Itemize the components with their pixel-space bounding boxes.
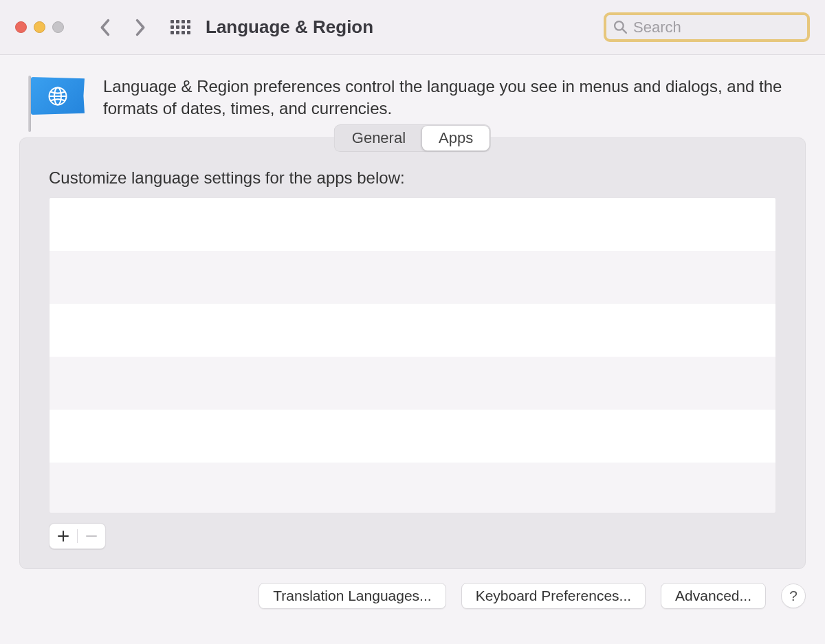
add-remove-control (49, 523, 106, 549)
apps-panel: General Apps Customize language settings… (19, 137, 806, 569)
svg-rect-8 (170, 31, 174, 34)
translation-languages-button[interactable]: Translation Languages... (258, 583, 446, 609)
tab-general[interactable]: General (336, 126, 422, 151)
svg-rect-11 (187, 31, 190, 34)
language-region-icon (22, 74, 82, 124)
keyboard-preferences-button[interactable]: Keyboard Preferences... (461, 583, 646, 609)
footer-buttons: Translation Languages... Keyboard Prefer… (0, 569, 825, 609)
list-row (50, 463, 776, 513)
chevron-left-icon (100, 19, 111, 36)
svg-point-12 (615, 21, 624, 30)
svg-rect-3 (187, 20, 190, 23)
globe-icon (47, 86, 68, 107)
minus-icon (85, 530, 98, 542)
svg-rect-0 (170, 20, 174, 23)
svg-rect-1 (176, 20, 179, 23)
help-button[interactable]: ? (781, 584, 806, 608)
close-window-button[interactable] (15, 21, 27, 33)
description-text: Language & Region preferences control th… (103, 71, 806, 120)
svg-rect-9 (176, 31, 179, 34)
svg-rect-7 (187, 25, 190, 29)
svg-rect-6 (182, 25, 185, 29)
apps-list[interactable] (49, 197, 776, 513)
list-row (50, 251, 776, 304)
show-all-button[interactable] (167, 14, 195, 41)
plus-icon (57, 530, 69, 542)
svg-rect-10 (182, 31, 185, 34)
description-row: Language & Region preferences control th… (19, 71, 806, 124)
advanced-button[interactable]: Advanced... (661, 583, 766, 609)
remove-button (78, 524, 105, 548)
titlebar: Language & Region (0, 0, 825, 55)
panel-label: Customize language settings for the apps… (49, 168, 776, 188)
svg-rect-5 (176, 25, 179, 29)
list-row (50, 357, 776, 410)
back-button[interactable] (91, 14, 119, 41)
svg-rect-2 (182, 20, 185, 23)
list-row (50, 198, 776, 251)
window-controls (15, 21, 64, 33)
svg-line-13 (623, 30, 626, 33)
search-input[interactable] (633, 19, 800, 36)
search-field-wrapper[interactable] (604, 12, 810, 42)
content-area: Language & Region preferences control th… (0, 55, 825, 569)
svg-rect-4 (170, 25, 174, 29)
tab-segmented-control: General Apps (334, 124, 491, 152)
list-row (50, 304, 776, 357)
tab-apps[interactable]: Apps (422, 126, 490, 151)
chevron-right-icon (134, 19, 146, 36)
list-row (50, 410, 776, 463)
page-title: Language & Region (206, 16, 597, 38)
add-button[interactable] (50, 524, 77, 548)
search-icon (613, 20, 628, 34)
forward-button[interactable] (126, 14, 153, 41)
maximize-window-button[interactable] (52, 21, 64, 33)
grid-icon (170, 20, 191, 35)
minimize-window-button[interactable] (34, 21, 45, 33)
